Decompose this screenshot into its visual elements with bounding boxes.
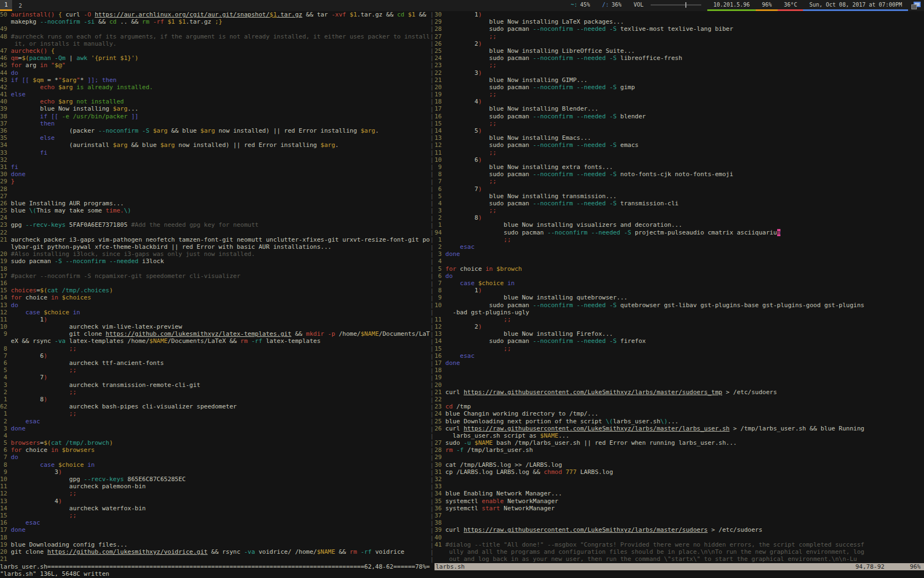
code-line[interactable]: 10 sudo pacman --noconfirm --needed -S q… — [435, 302, 924, 309]
code-line[interactable]: 42 echo $arg is already installed. — [0, 84, 430, 91]
code-line[interactable]: 23 ;; — [435, 62, 924, 69]
code-line[interactable]: 11 ;; — [435, 316, 924, 323]
code-line[interactable]: 29 — [435, 454, 924, 461]
code-line[interactable]: 23gpg --recv-keys 5FAF0A6EE7371805 #Add … — [0, 221, 430, 228]
code-line[interactable]: 19sudo pacman -S --noconfirm --needed i3… — [0, 258, 430, 265]
statusline-active[interactable]: larbs.sh 94,78-9296% — [435, 563, 924, 570]
code-line[interactable]: 22 — [435, 396, 924, 403]
code-line[interactable]: 17done — [0, 526, 430, 533]
code-line[interactable]: 40 echo $arg not installed — [0, 98, 430, 105]
code-line[interactable]: 27 — [0, 193, 430, 200]
code-line[interactable]: 7 ;; — [435, 178, 924, 185]
code-line[interactable]: 36 (packer --noconfirm -S $arg && blue $… — [0, 127, 430, 134]
code-line[interactable]: 2 esac — [435, 243, 924, 250]
code-line[interactable]: 2 ;; — [0, 389, 430, 396]
code-line[interactable]: 43if [[ $qm = *"$arg"* ]]; then — [0, 77, 430, 84]
code-line[interactable]: 12 ;; — [0, 490, 430, 497]
code-line[interactable]: 21 — [0, 555, 430, 563]
code-line[interactable]: 14 sudo pacman --noconfirm --needed -S f… — [435, 337, 924, 345]
code-line[interactable]: 24 — [0, 214, 430, 221]
code-line[interactable]: 3done — [0, 425, 430, 432]
code-line[interactable]: 16 sudo pacman --noconfirm --needed -S b… — [435, 113, 924, 120]
code-line[interactable]: 28 sudo pacman --noconfirm --needed -S t… — [435, 25, 924, 32]
vim-split-separator[interactable]: | | | | | | | | | | | | | | | | | | | | … — [430, 11, 435, 563]
code-line[interactable]: 46qm=$(pacman -Qm | awk '{print $1}') — [0, 54, 430, 62]
code-line[interactable]: 2 8) — [435, 214, 924, 221]
volume-slider[interactable] — [651, 4, 701, 6]
code-line[interactable]: 26curl https://raw.githubusercontent.com… — [435, 425, 924, 432]
code-line[interactable]: 30cat /tmp/LARBS.log >> /LARBS.log — [435, 461, 924, 468]
code-line[interactable]: 1 ;; — [0, 410, 430, 417]
code-line[interactable]: 26blue Installing AUR programs... — [0, 200, 430, 207]
code-line-cursor[interactable]: 94 sudo pacman --noconfirm --needed -S p… — [435, 229, 924, 236]
code-line[interactable]: 7do — [0, 454, 430, 461]
code-line[interactable]: 45for arg in "$@" — [0, 62, 430, 69]
code-line[interactable]: 29} — [0, 178, 430, 185]
code-line[interactable]: 11 aurcheck palemoon-bin — [0, 483, 430, 490]
code-line[interactable]: 17#packer --noconfirm -S ncpamixer-git s… — [0, 272, 430, 280]
code-line[interactable]: 9 blue Now installing qutebrowser... — [435, 294, 924, 301]
code-line[interactable]: 14for choice in $choices — [0, 294, 430, 301]
code-line[interactable]: 24 sudo pacman --noconfirm --needed -S l… — [435, 54, 924, 62]
tray-computer-icon[interactable] — [911, 2, 921, 10]
code-line[interactable]: 25blue Downloading next portion of the s… — [435, 418, 924, 425]
code-line[interactable]: 24blue Changin working directory to /tmp… — [435, 410, 924, 417]
code-line[interactable]: 20 sudo pacman --noconfirm --needed -S g… — [435, 84, 924, 91]
code-line[interactable]: it, or installs it manually. — [0, 40, 430, 47]
code-line[interactable]: 50aurinstall() { curl -O https://aur.arc… — [0, 11, 430, 18]
code-line[interactable]: 13do — [0, 302, 430, 309]
code-line[interactable]: 40 — [435, 534, 924, 541]
code-line[interactable]: 19 ;; — [435, 91, 924, 98]
code-line[interactable]: 32 — [435, 476, 924, 483]
code-line[interactable]: 13 blue Now installing Firefox... — [435, 330, 924, 337]
code-line-cursor[interactable]: 62 aurcheck bash-pipes cli-visualizer sp… — [0, 403, 430, 410]
code-line[interactable]: 28 — [0, 186, 430, 193]
code-line[interactable]: 26 2) — [435, 40, 924, 47]
volume-slider-knob[interactable] — [685, 2, 686, 8]
code-line[interactable]: 14 aurcheck waterfox-bin — [0, 505, 430, 512]
code-line[interactable]: makepkg --noconfirm -si && cd .. && rm -… — [0, 18, 430, 25]
code-line[interactable]: 16 esac — [435, 352, 924, 359]
code-line[interactable]: 6do — [435, 272, 924, 280]
code-line[interactable]: 39 blue Now installing $arg... — [0, 105, 430, 112]
code-line[interactable]: 6 7) — [435, 186, 924, 193]
code-line[interactable]: 32 — [0, 156, 430, 163]
code-line[interactable]: 12 2) — [435, 323, 924, 330]
code-line[interactable]: 29 blue Now installing LaTeX packages... — [435, 18, 924, 25]
code-line[interactable]: 15 ;; — [435, 345, 924, 352]
code-line[interactable]: 5 blue Now installing transmission... — [435, 193, 924, 200]
code-line[interactable]: 8 1) — [435, 287, 924, 294]
code-line[interactable]: 41else — [0, 91, 430, 98]
code-line[interactable]: 20git clone https://github.com/lukesmith… — [0, 548, 430, 555]
code-line[interactable]: 30done — [0, 171, 430, 178]
code-line[interactable]: 27 ;; — [435, 33, 924, 40]
code-line[interactable]: 13 blue Now installing Emacs... — [435, 134, 924, 141]
code-line[interactable]: lybar-git python-pywal xfce-theme-blackb… — [0, 243, 430, 250]
code-line[interactable]: 35systemctl enable NetworkManager — [435, 498, 924, 505]
code-line[interactable]: 2 esac — [0, 418, 430, 425]
code-line[interactable]: 33 fi — [0, 149, 430, 156]
code-line[interactable]: 9 blue Now installing extra fonts... — [435, 163, 924, 171]
code-line[interactable]: 12 sudo pacman --noconfirm --needed -S e… — [435, 141, 924, 149]
code-line[interactable]: 23cd /tmp — [435, 403, 924, 410]
code-line[interactable]: 9 git clone https://github.com/lukesmith… — [0, 330, 430, 337]
code-line[interactable]: 30 1) — [435, 11, 924, 18]
code-line[interactable]: 9 3) — [0, 468, 430, 476]
code-line[interactable]: larbs_user.sh script as $NAME... — [435, 432, 924, 439]
code-line[interactable]: 10 6) — [435, 156, 924, 163]
code-line[interactable]: 1 blue Now installing visualizers and de… — [435, 221, 924, 228]
code-line[interactable]: ully and all the programs and configurat… — [435, 548, 924, 555]
code-line[interactable]: 11 1) — [0, 316, 430, 323]
code-line[interactable]: 1 ;; — [435, 236, 924, 243]
code-line[interactable]: 8 case $choice in — [0, 461, 430, 468]
code-line[interactable]: 10 aurcheck vim-live-latex-preview — [0, 323, 430, 330]
code-line[interactable]: 16 — [0, 280, 430, 287]
code-line[interactable]: 28rm -f /tmp/larbs_user.sh — [435, 446, 924, 454]
code-line[interactable]: 4 — [435, 258, 924, 265]
code-line[interactable]: 15choices=$(cat /tmp/.choices) — [0, 287, 430, 294]
code-line[interactable]: 47aurcheck() { — [0, 47, 430, 54]
code-line[interactable]: 18 4) — [435, 98, 924, 105]
code-line[interactable]: 5browsers=$(cat /tmp/.browch) — [0, 439, 430, 446]
vim-command-line[interactable]: "larbs.sh" 136L, 5648C written — [0, 570, 924, 577]
code-line[interactable]: 8 ;; — [0, 345, 430, 352]
